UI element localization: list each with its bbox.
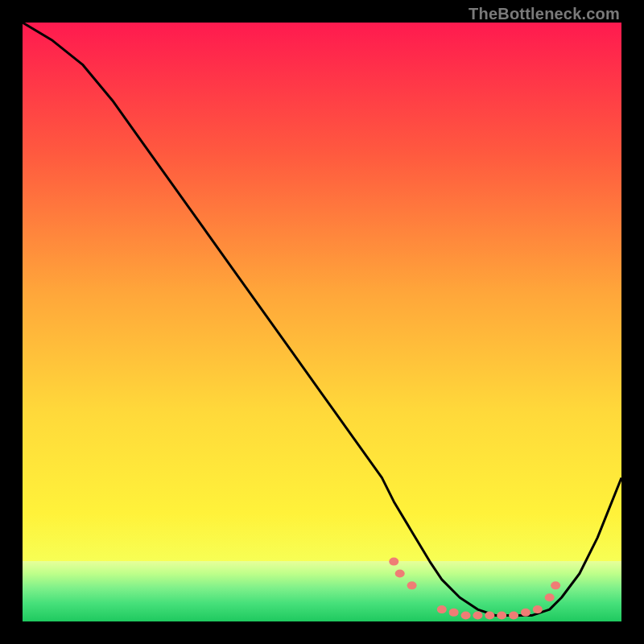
curve-marker <box>509 612 518 620</box>
curve-marker <box>437 605 447 613</box>
plot-area <box>23 23 621 621</box>
curve-marker <box>521 609 530 617</box>
curve-marker <box>395 569 405 577</box>
chart-curve-layer <box>23 23 621 621</box>
curve-marker <box>551 581 560 589</box>
bottleneck-curve <box>23 23 621 616</box>
curve-marker <box>407 581 417 589</box>
curve-marker <box>389 558 398 566</box>
curve-marker <box>473 612 482 620</box>
watermark-text: TheBottleneck.com <box>469 5 620 23</box>
curve-marker <box>545 593 555 601</box>
curve-marker <box>449 609 459 617</box>
curve-marker <box>461 612 471 620</box>
curve-marker <box>485 612 494 620</box>
curve-marker <box>533 605 543 613</box>
curve-marker <box>497 612 506 620</box>
